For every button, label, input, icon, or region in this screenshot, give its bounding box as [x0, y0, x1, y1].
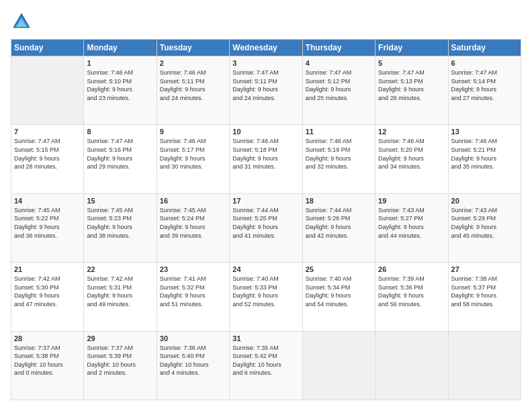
calendar-cell: 15Sunrise: 7:45 AM Sunset: 5:23 PM Dayli… — [84, 193, 157, 262]
day-number: 11 — [306, 128, 372, 136]
calendar-cell: 19Sunrise: 7:43 AM Sunset: 5:27 PM Dayli… — [375, 193, 448, 262]
calendar-cell: 2Sunrise: 7:46 AM Sunset: 5:11 PM Daylig… — [157, 56, 229, 125]
day-number: 13 — [451, 128, 518, 136]
day-number: 31 — [232, 334, 299, 342]
calendar-cell: 26Sunrise: 7:39 AM Sunset: 5:36 PM Dayli… — [375, 263, 448, 331]
page: SundayMondayTuesdayWednesdayThursdayFrid… — [0, 0, 532, 411]
calendar-cell: 12Sunrise: 7:46 AM Sunset: 5:20 PM Dayli… — [375, 125, 448, 193]
calendar-cell: 3Sunrise: 7:47 AM Sunset: 5:11 PM Daylig… — [230, 56, 302, 125]
calendar-cell: 28Sunrise: 7:37 AM Sunset: 5:38 PM Dayli… — [11, 331, 84, 400]
day-header-thursday: Thursday — [302, 40, 375, 56]
day-info: Sunrise: 7:43 AM Sunset: 5:27 PM Dayligh… — [378, 206, 445, 240]
calendar-cell: 29Sunrise: 7:37 AM Sunset: 5:39 PM Dayli… — [84, 331, 157, 400]
day-number: 7 — [14, 128, 81, 136]
calendar-cell — [375, 331, 448, 400]
calendar-cell: 17Sunrise: 7:44 AM Sunset: 5:25 PM Dayli… — [230, 193, 302, 262]
day-number: 2 — [160, 59, 226, 67]
day-number: 19 — [378, 197, 445, 205]
week-row-4: 21Sunrise: 7:42 AM Sunset: 5:30 PM Dayli… — [11, 263, 521, 331]
day-info: Sunrise: 7:35 AM Sunset: 5:42 PM Dayligh… — [232, 344, 299, 377]
day-info: Sunrise: 7:47 AM Sunset: 5:12 PM Dayligh… — [306, 68, 372, 102]
day-number: 17 — [232, 197, 299, 205]
day-number: 23 — [160, 265, 226, 273]
calendar-cell: 8Sunrise: 7:47 AM Sunset: 5:16 PM Daylig… — [84, 125, 157, 193]
calendar-cell: 22Sunrise: 7:42 AM Sunset: 5:31 PM Dayli… — [84, 263, 157, 331]
day-header-monday: Monday — [84, 40, 157, 56]
day-number: 8 — [87, 128, 153, 136]
day-info: Sunrise: 7:43 AM Sunset: 5:29 PM Dayligh… — [451, 206, 518, 240]
day-info: Sunrise: 7:40 AM Sunset: 5:33 PM Dayligh… — [232, 275, 299, 308]
calendar-cell: 24Sunrise: 7:40 AM Sunset: 5:33 PM Dayli… — [230, 263, 302, 331]
day-info: Sunrise: 7:38 AM Sunset: 5:37 PM Dayligh… — [451, 275, 518, 308]
day-number: 4 — [306, 59, 372, 67]
calendar-cell: 4Sunrise: 7:47 AM Sunset: 5:12 PM Daylig… — [302, 56, 375, 125]
day-info: Sunrise: 7:46 AM Sunset: 5:21 PM Dayligh… — [451, 137, 518, 171]
day-info: Sunrise: 7:37 AM Sunset: 5:38 PM Dayligh… — [14, 344, 81, 377]
calendar-cell: 9Sunrise: 7:46 AM Sunset: 5:17 PM Daylig… — [157, 125, 229, 193]
calendar-cell: 5Sunrise: 7:47 AM Sunset: 5:13 PM Daylig… — [375, 56, 448, 125]
day-number: 6 — [451, 59, 518, 67]
week-row-5: 28Sunrise: 7:37 AM Sunset: 5:38 PM Dayli… — [11, 331, 521, 400]
day-info: Sunrise: 7:42 AM Sunset: 5:31 PM Dayligh… — [87, 275, 153, 308]
day-info: Sunrise: 7:47 AM Sunset: 5:14 PM Dayligh… — [451, 68, 518, 102]
day-number: 12 — [378, 128, 445, 136]
calendar-cell: 30Sunrise: 7:36 AM Sunset: 5:40 PM Dayli… — [157, 331, 229, 400]
day-number: 25 — [306, 265, 372, 273]
calendar-cell — [448, 331, 521, 400]
day-number: 10 — [232, 128, 299, 136]
calendar-cell: 23Sunrise: 7:41 AM Sunset: 5:32 PM Dayli… — [157, 263, 229, 331]
calendar-cell: 10Sunrise: 7:46 AM Sunset: 5:18 PM Dayli… — [230, 125, 302, 193]
calendar-cell: 25Sunrise: 7:40 AM Sunset: 5:34 PM Dayli… — [302, 263, 375, 331]
calendar-cell: 21Sunrise: 7:42 AM Sunset: 5:30 PM Dayli… — [11, 263, 84, 331]
day-header-saturday: Saturday — [448, 40, 521, 56]
day-number: 14 — [14, 197, 81, 205]
day-number: 24 — [232, 265, 299, 273]
day-info: Sunrise: 7:46 AM Sunset: 5:18 PM Dayligh… — [232, 137, 299, 171]
day-info: Sunrise: 7:36 AM Sunset: 5:40 PM Dayligh… — [160, 344, 226, 377]
day-header-wednesday: Wednesday — [230, 40, 302, 56]
day-info: Sunrise: 7:47 AM Sunset: 5:15 PM Dayligh… — [14, 137, 81, 171]
day-info: Sunrise: 7:46 AM Sunset: 5:17 PM Dayligh… — [160, 137, 226, 171]
day-number: 21 — [14, 265, 81, 273]
calendar-cell — [302, 331, 375, 400]
day-number: 16 — [160, 197, 226, 205]
calendar-cell: 27Sunrise: 7:38 AM Sunset: 5:37 PM Dayli… — [448, 263, 521, 331]
day-number: 27 — [451, 265, 518, 273]
day-info: Sunrise: 7:40 AM Sunset: 5:34 PM Dayligh… — [306, 275, 372, 308]
header — [11, 11, 521, 32]
week-row-2: 7Sunrise: 7:47 AM Sunset: 5:15 PM Daylig… — [11, 125, 521, 193]
day-number: 29 — [87, 334, 153, 342]
calendar-cell: 20Sunrise: 7:43 AM Sunset: 5:29 PM Dayli… — [448, 193, 521, 262]
day-number: 20 — [451, 197, 518, 205]
day-number: 5 — [378, 59, 445, 67]
day-number: 15 — [87, 197, 153, 205]
day-header-tuesday: Tuesday — [157, 40, 229, 56]
day-header-friday: Friday — [375, 40, 448, 56]
calendar-cell: 11Sunrise: 7:46 AM Sunset: 5:19 PM Dayli… — [302, 125, 375, 193]
calendar-cell: 14Sunrise: 7:45 AM Sunset: 5:22 PM Dayli… — [11, 193, 84, 262]
calendar-cell: 16Sunrise: 7:45 AM Sunset: 5:24 PM Dayli… — [157, 193, 229, 262]
day-info: Sunrise: 7:45 AM Sunset: 5:22 PM Dayligh… — [14, 206, 81, 240]
day-number: 30 — [160, 334, 226, 342]
day-info: Sunrise: 7:47 AM Sunset: 5:13 PM Dayligh… — [378, 68, 445, 102]
day-number: 18 — [306, 197, 372, 205]
day-info: Sunrise: 7:46 AM Sunset: 5:11 PM Dayligh… — [160, 68, 226, 102]
day-number: 28 — [14, 334, 81, 342]
day-info: Sunrise: 7:44 AM Sunset: 5:26 PM Dayligh… — [306, 206, 372, 240]
day-info: Sunrise: 7:37 AM Sunset: 5:39 PM Dayligh… — [87, 344, 153, 377]
calendar-header-row: SundayMondayTuesdayWednesdayThursdayFrid… — [11, 40, 521, 56]
day-info: Sunrise: 7:47 AM Sunset: 5:11 PM Dayligh… — [232, 68, 299, 102]
day-info: Sunrise: 7:39 AM Sunset: 5:36 PM Dayligh… — [378, 275, 445, 308]
week-row-3: 14Sunrise: 7:45 AM Sunset: 5:22 PM Dayli… — [11, 193, 521, 262]
calendar-cell — [11, 56, 84, 125]
logo-icon — [11, 11, 32, 32]
day-header-sunday: Sunday — [11, 40, 84, 56]
day-number: 9 — [160, 128, 226, 136]
day-info: Sunrise: 7:44 AM Sunset: 5:25 PM Dayligh… — [232, 206, 299, 240]
calendar-cell: 1Sunrise: 7:46 AM Sunset: 5:10 PM Daylig… — [84, 56, 157, 125]
day-info: Sunrise: 7:45 AM Sunset: 5:24 PM Dayligh… — [160, 206, 226, 240]
calendar-cell: 18Sunrise: 7:44 AM Sunset: 5:26 PM Dayli… — [302, 193, 375, 262]
calendar-cell: 13Sunrise: 7:46 AM Sunset: 5:21 PM Dayli… — [448, 125, 521, 193]
day-number: 22 — [87, 265, 153, 273]
week-row-1: 1Sunrise: 7:46 AM Sunset: 5:10 PM Daylig… — [11, 56, 521, 125]
